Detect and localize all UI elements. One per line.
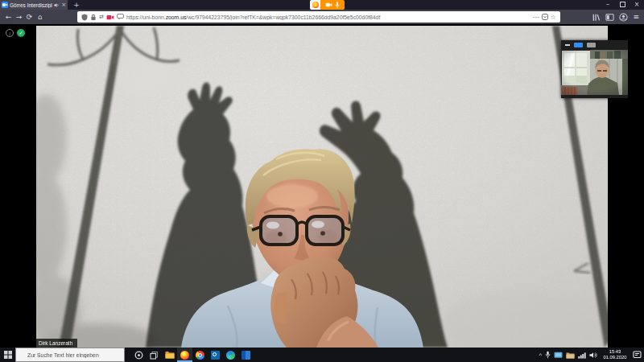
url-bar[interactable]: ⇄ https://uni-bonn.zoom.us/wc/9794422379… [77,11,560,23]
taskbar-chrome-icon[interactable] [192,348,208,362]
new-tab-button[interactable]: + [71,0,82,10]
outlook-icon [211,351,220,360]
taskbar-file-explorer-icon[interactable] [162,348,177,362]
taskbar-word-icon[interactable] [238,348,254,362]
url-text: https://uni-bonn.zoom.us/wc/97944223795/… [126,14,530,20]
pocket-save-icon[interactable] [542,14,548,20]
firefox-logo-icon [310,0,320,10]
tray-display-icon[interactable] [554,352,563,359]
url-domain: zoom.us [166,14,187,20]
self-view-window[interactable] [561,40,628,98]
taskbar-outlook-icon[interactable] [208,348,223,362]
edge-icon [226,351,235,360]
home-button[interactable]: ⌂ [35,10,45,24]
camera-sharing-icon [325,2,332,7]
sharing-indicator[interactable] [310,0,345,10]
https-lock-icon[interactable] [90,14,97,21]
reload-button[interactable]: ⟳ [24,10,35,24]
tray-network-icon[interactable] [578,352,586,359]
page-actions-more-icon[interactable]: ⋯ [533,14,539,21]
sidebar-icon[interactable] [605,13,614,22]
taskbar-search-input[interactable] [15,348,125,362]
tracking-shield-icon[interactable] [81,14,88,21]
url-prefix: https://uni-bonn. [126,14,166,20]
hidden-icons-chevron[interactable]: ^ [539,352,542,358]
window-maximize-button[interactable] [615,0,630,10]
page-content: i ✓ [0,24,644,348]
camera-mic-sharing-pill [320,0,345,10]
tray-microphone-icon[interactable] [545,351,551,359]
browser-titlebar: Görres Interdisziplinäres Ins × + – × [0,0,644,10]
url-path: /wc/97944223795/join?refTK=&wpk=wqpk7300… [186,14,380,20]
taskbar-clock[interactable]: 15:43 01.09.2020 [601,349,630,360]
camera-in-use-icon[interactable] [106,14,114,20]
microphone-sharing-icon [335,2,340,9]
video-scene [36,26,608,348]
windows-taskbar: ^ 15:43 01.09.2020 [0,348,644,362]
window-controls: – × [601,0,644,10]
tab-close-icon[interactable]: × [61,0,66,10]
maximize-icon [620,2,625,7]
system-tray: ^ 15:43 01.09.2020 [539,349,644,360]
clock-date: 01.09.2020 [603,355,626,360]
library-icon[interactable] [592,13,601,22]
firefox-icon [180,351,189,360]
participant-name-tag: Dirk Lanzerath [36,339,77,348]
action-center-icon[interactable] [633,351,642,359]
main-video: Dirk Lanzerath [36,26,608,348]
pip-speaker-view-button[interactable] [574,43,583,47]
task-view-button[interactable] [147,348,162,362]
tab-audio-playing-icon[interactable] [54,2,60,8]
cortana-button[interactable] [131,348,147,362]
window-close-button[interactable]: × [630,0,644,10]
connection-ok-check-icon[interactable]: ✓ [17,29,25,37]
taskbar-firefox-icon[interactable] [177,348,192,362]
chrome-icon [196,351,204,360]
toolbar-right-icons: ≡ [592,13,641,22]
clock-time: 15:43 [609,349,621,354]
notifications-bubble-icon[interactable] [117,14,124,20]
tab-title: Görres Interdisziplinäres Ins [10,2,52,8]
window-minimize-button[interactable]: – [601,0,615,10]
taskbar-edge-icon[interactable] [223,348,238,362]
screen: Görres Interdisziplinäres Ins × + – × [0,0,644,362]
word-icon [242,351,250,360]
browser-toolbar: ← → ⟳ ⌂ ⇄ https://uni-bonn.zoom.us/wc/97… [0,10,644,24]
tray-folder-icon[interactable] [566,352,575,359]
permissions-icon[interactable]: ⇄ [99,14,104,20]
self-view-video [561,50,628,95]
back-button[interactable]: ← [3,10,14,24]
account-icon[interactable] [619,13,628,22]
bookmark-star-icon[interactable]: ☆ [551,14,556,21]
tray-volume-icon[interactable] [589,352,597,359]
forward-button[interactable]: → [14,10,24,24]
start-button[interactable] [0,348,15,362]
hamburger-menu-icon[interactable]: ≡ [633,13,639,21]
browser-tab-zoom-meeting[interactable]: Görres Interdisziplinäres Ins × [0,0,68,10]
pip-minimize-icon[interactable] [565,44,570,46]
zoom-favicon-icon [2,2,8,8]
self-view-header [561,40,628,50]
info-icon[interactable]: i [6,29,14,37]
pip-gallery-view-button[interactable] [587,43,596,47]
